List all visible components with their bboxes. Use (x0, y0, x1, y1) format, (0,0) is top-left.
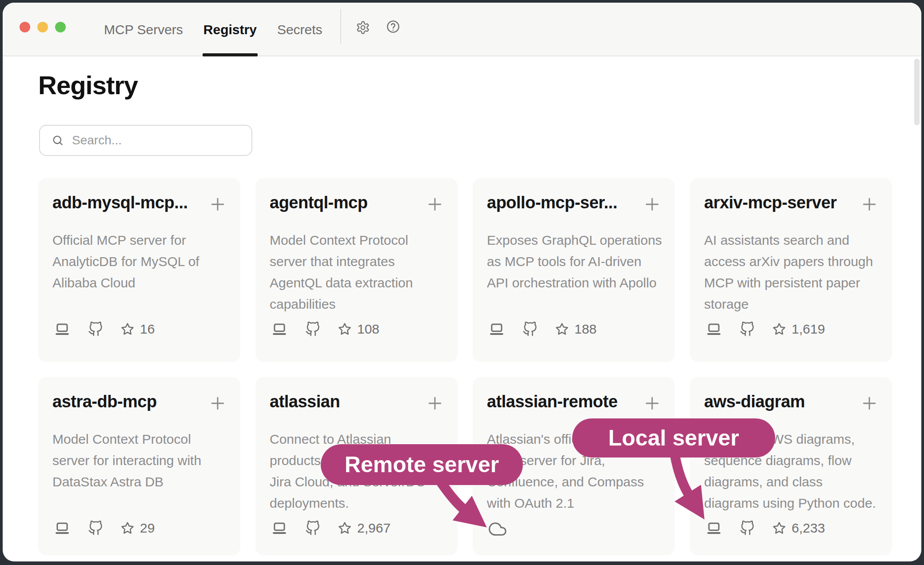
card-description-line: DataStax Astra DB (52, 471, 201, 493)
card-description-line: MCP with persistent paper (704, 272, 873, 294)
add-server-button[interactable] (860, 195, 879, 214)
card-title: atlassian (270, 392, 340, 411)
add-server-button[interactable] (425, 394, 445, 413)
card-description: Model Context Protocolserver that integr… (270, 230, 413, 315)
laptop-icon (54, 321, 70, 337)
help-button[interactable] (386, 20, 400, 34)
card-description-line: server for interacting with (52, 450, 201, 471)
star-icon (121, 322, 134, 336)
search-box (39, 125, 252, 156)
scrollbar-thumb[interactable] (914, 59, 920, 125)
card-description: Official MCP server forAnalyticDB for My… (52, 230, 199, 294)
tab-registry[interactable]: Registry (203, 3, 257, 56)
star-icon (555, 322, 569, 336)
card-title: agentql-mcp (270, 193, 367, 212)
card-title: aws-diagram (704, 392, 805, 411)
github-icon (522, 322, 538, 337)
card-description-line: with OAuth 2.1 (487, 493, 644, 514)
star-count: 29 (140, 521, 155, 536)
github-icon (88, 521, 103, 536)
card-footer: 29 (54, 520, 155, 536)
laptop-icon (271, 520, 287, 536)
plus-icon (860, 195, 879, 214)
star-icon (338, 322, 351, 336)
card-description-line: Model Context Protocol (52, 429, 201, 450)
card-footer: 16 (54, 321, 155, 337)
card-footer: 1,619 (706, 321, 825, 337)
plus-icon (425, 195, 445, 214)
card-footer (489, 520, 506, 538)
card-description-line: Exposes GraphQL operations (487, 230, 662, 251)
close-button[interactable] (20, 22, 30, 32)
card-title: atlassian-remote (487, 392, 617, 411)
plus-icon (642, 195, 662, 214)
card-footer: 2,967 (271, 520, 390, 536)
card-description-line: deployments. (270, 493, 425, 514)
star-count: 108 (357, 322, 379, 337)
plus-icon (208, 394, 227, 413)
star-count: 188 (574, 322, 597, 337)
server-card-apollo-mcp-ser[interactable]: apollo-mcp-ser...Exposes GraphQL operati… (473, 178, 675, 362)
card-description-line: diagrams, and class (704, 471, 876, 493)
titlebar: MCP ServersRegistrySecrets (3, 3, 921, 56)
traffic-lights (20, 22, 66, 32)
card-description-line: Model Context Protocol (270, 230, 413, 251)
app-window: MCP ServersRegistrySecrets Registry adb-… (3, 3, 921, 561)
github-icon (740, 521, 755, 536)
card-description-line: Alibaba Cloud (52, 272, 199, 294)
star-icon (773, 322, 786, 336)
card-title: astra-db-mcp (52, 392, 157, 411)
star-icon (338, 521, 351, 535)
card-footer: 108 (271, 321, 379, 337)
card-title: apollo-mcp-ser... (487, 193, 617, 212)
search-icon (52, 134, 64, 147)
annotation-remote-server: Remote server (321, 444, 523, 485)
help-icon (386, 20, 400, 34)
search-input[interactable] (72, 133, 241, 147)
card-description-line: access arXiv papers through (704, 251, 873, 272)
gear-icon (356, 20, 370, 35)
server-card-adb-mysql-mcp[interactable]: adb-mysql-mcp...Official MCP server forA… (38, 178, 240, 362)
card-description: Exposes GraphQL operationsas MCP tools f… (487, 230, 662, 294)
card-description: Model Context Protocolserver for interac… (52, 429, 201, 493)
card-title: arxiv-mcp-server (704, 193, 836, 212)
github-icon (305, 322, 320, 337)
star-icon (121, 521, 134, 535)
add-server-button[interactable] (642, 394, 662, 413)
add-server-button[interactable] (208, 195, 227, 214)
card-description-line: diagrams using Python code. (704, 493, 876, 514)
laptop-icon (271, 321, 287, 337)
server-card-arxiv-mcp-server[interactable]: arxiv-mcp-serverAI assistants search and… (690, 178, 892, 362)
star-count: 16 (140, 322, 155, 337)
laptop-icon (489, 321, 505, 337)
settings-button[interactable] (356, 20, 370, 35)
add-server-button[interactable] (425, 195, 445, 214)
laptop-icon (706, 321, 722, 337)
plus-icon (860, 394, 879, 413)
cards-grid: adb-mysql-mcp...Official MCP server forA… (38, 178, 892, 555)
card-description-line: server that integrates (270, 251, 413, 272)
star-count: 2,967 (357, 521, 390, 536)
plus-icon (642, 394, 662, 413)
tab-secrets[interactable]: Secrets (277, 3, 323, 56)
plus-icon (208, 195, 227, 214)
tab-mcp-servers[interactable]: MCP Servers (104, 3, 183, 56)
add-server-button[interactable] (642, 195, 662, 214)
card-description-line: storage (704, 294, 873, 315)
card-description-line: AI assistants search and (704, 230, 873, 251)
server-card-agentql-mcp[interactable]: agentql-mcpModel Context Protocolserver … (255, 178, 458, 362)
card-description-line: API orchestration with Apollo (487, 272, 662, 294)
card-description: AI assistants search andaccess arXiv pap… (704, 230, 873, 315)
server-card-astra-db-mcp[interactable]: astra-db-mcpModel Context Protocolserver… (38, 377, 240, 555)
card-footer: 6,233 (706, 520, 825, 536)
card-title: adb-mysql-mcp... (52, 193, 188, 212)
star-icon (773, 521, 786, 535)
server-card-aws-diagram[interactable]: aws-diagramGenerate AWS diagrams,sequenc… (690, 377, 892, 555)
add-server-button[interactable] (208, 394, 227, 413)
laptop-icon (706, 520, 722, 536)
zoom-button[interactable] (55, 22, 66, 32)
minimize-button[interactable] (37, 22, 48, 32)
plus-icon (425, 394, 445, 413)
card-description-line: as MCP tools for AI-driven (487, 251, 662, 272)
add-server-button[interactable] (860, 394, 879, 413)
